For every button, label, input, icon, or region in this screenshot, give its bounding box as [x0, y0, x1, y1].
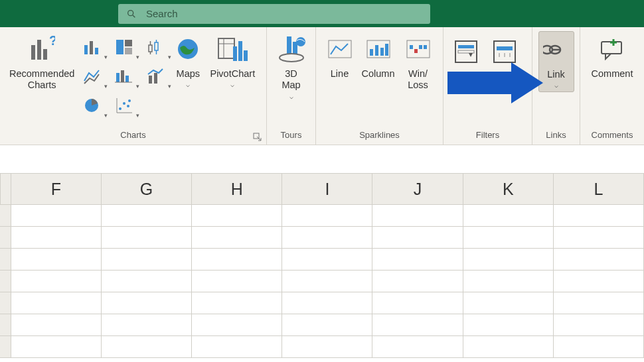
row-header-partial[interactable]	[0, 314, 11, 336]
column-chart-button[interactable]: ▾	[78, 34, 106, 60]
worksheet-grid[interactable]	[0, 205, 644, 358]
cell[interactable]	[282, 205, 372, 227]
cell[interactable]	[102, 292, 192, 314]
cell[interactable]	[192, 249, 282, 271]
sparkline-column-button[interactable]: Column	[358, 31, 399, 82]
cell[interactable]	[11, 336, 102, 358]
cell[interactable]	[282, 314, 372, 336]
column-header[interactable]: G	[102, 173, 192, 205]
charts-dialog-launcher[interactable]	[252, 131, 264, 143]
comment-button[interactable]: Comment	[586, 31, 639, 82]
cell[interactable]	[372, 271, 463, 292]
cell[interactable]	[372, 314, 463, 336]
maps-button[interactable]: Maps ⌵	[170, 31, 206, 91]
column-header-partial[interactable]	[0, 173, 11, 205]
sparkline-column-icon	[366, 40, 390, 58]
timeline-button[interactable]	[487, 34, 522, 74]
row-header-partial[interactable]	[0, 205, 11, 227]
cell[interactable]	[463, 271, 554, 292]
cell[interactable]	[282, 249, 372, 271]
cell[interactable]	[372, 205, 463, 227]
cell[interactable]	[463, 249, 554, 271]
row-header-partial[interactable]	[0, 292, 11, 314]
svg-rect-8	[95, 48, 98, 54]
cell[interactable]	[192, 205, 282, 227]
cell[interactable]	[192, 271, 282, 292]
cell[interactable]	[463, 292, 554, 314]
statistic-chart-button[interactable]: ▾	[142, 34, 170, 60]
cell[interactable]	[192, 336, 282, 358]
dialog-launcher-icon	[253, 133, 262, 142]
cell[interactable]	[554, 336, 644, 358]
svg-rect-32	[218, 38, 234, 58]
sparkline-winloss-button[interactable]: Win/ Loss	[400, 31, 436, 94]
cell[interactable]	[554, 249, 644, 271]
column-header[interactable]: H	[192, 173, 282, 205]
cell[interactable]	[102, 249, 192, 271]
cell[interactable]	[372, 227, 463, 249]
svg-rect-47	[380, 48, 384, 56]
cell[interactable]	[11, 249, 102, 271]
cell[interactable]	[102, 271, 192, 292]
row-header-partial[interactable]	[0, 271, 11, 292]
cell[interactable]	[554, 271, 644, 292]
cell[interactable]	[282, 292, 372, 314]
cell[interactable]	[554, 227, 644, 249]
cell[interactable]	[192, 314, 282, 336]
row-header-partial[interactable]	[0, 336, 11, 358]
cell[interactable]	[463, 205, 554, 227]
cell[interactable]	[372, 292, 463, 314]
svg-rect-3	[37, 40, 41, 60]
cell[interactable]	[192, 292, 282, 314]
svg-rect-10	[125, 40, 132, 46]
pivotchart-button[interactable]: PivotChart ⌵	[206, 31, 259, 91]
cell[interactable]	[282, 336, 372, 358]
group-comments: Comment Comments	[580, 27, 644, 145]
link-button[interactable]: Link ⌵	[538, 31, 574, 92]
cell[interactable]	[463, 227, 554, 249]
cell[interactable]	[372, 336, 463, 358]
svg-rect-18	[116, 73, 120, 82]
scatter-chart-button[interactable]: ▾	[110, 92, 138, 119]
svg-rect-7	[90, 41, 93, 54]
svg-rect-11	[125, 48, 132, 54]
combo-chart-button[interactable]: ▾	[142, 63, 170, 90]
cell[interactable]	[11, 271, 102, 292]
cell[interactable]	[463, 314, 554, 336]
cell[interactable]	[372, 249, 463, 271]
cell[interactable]	[11, 314, 102, 336]
cell[interactable]	[11, 292, 102, 314]
3d-map-button[interactable]: 3D Map ⌵	[272, 31, 311, 103]
column-header[interactable]: J	[372, 173, 463, 205]
column-header[interactable]: F	[11, 173, 102, 205]
cell[interactable]	[192, 227, 282, 249]
svg-rect-19	[121, 70, 124, 82]
cell[interactable]	[282, 271, 372, 292]
column-header[interactable]: K	[463, 173, 554, 205]
line-chart-button[interactable]: ▾	[78, 63, 106, 90]
cell[interactable]	[463, 336, 554, 358]
cell[interactable]	[554, 314, 644, 336]
sparkline-line-button[interactable]: Line	[323, 31, 357, 82]
cell[interactable]	[11, 227, 102, 249]
column-header[interactable]: L	[554, 173, 644, 205]
pie-chart-icon	[83, 97, 102, 114]
cell[interactable]	[554, 205, 644, 227]
pie-chart-button[interactable]: ▾	[78, 92, 106, 119]
slicer-button[interactable]	[449, 34, 483, 74]
row-header-partial[interactable]	[0, 227, 11, 249]
cell[interactable]	[102, 227, 192, 249]
cell[interactable]	[11, 205, 102, 227]
cell[interactable]	[102, 336, 192, 358]
column-header[interactable]: I	[282, 173, 372, 205]
hierarchy-chart-button[interactable]: ▾	[110, 34, 138, 60]
svg-rect-39	[287, 36, 291, 54]
row-header-partial[interactable]	[0, 249, 11, 271]
area-chart-button[interactable]: ▾	[110, 63, 138, 90]
cell[interactable]	[554, 292, 644, 314]
cell[interactable]	[282, 227, 372, 249]
search-box[interactable]: Search	[118, 4, 430, 24]
cell[interactable]	[102, 205, 192, 227]
recommended-charts-button[interactable]: ? Recommended Charts	[5, 31, 78, 94]
cell[interactable]	[102, 314, 192, 336]
